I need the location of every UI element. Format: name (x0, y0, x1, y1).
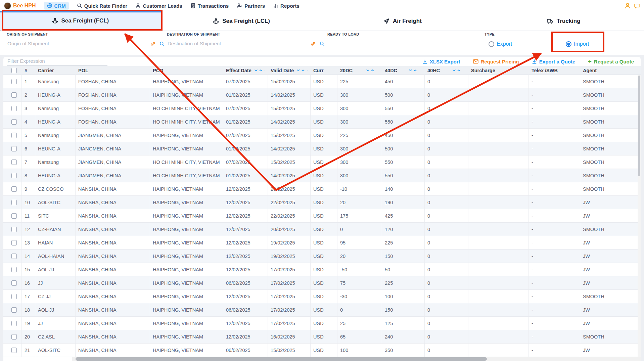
row-checkbox[interactable] (11, 146, 17, 151)
row-checkbox[interactable] (11, 133, 17, 138)
table-row[interactable]: 17CZ JJNANSHA, CHINAHAIPHONG, VIETNAM12/… (3, 290, 641, 303)
table-row[interactable]: 3NamsungFOSHAN, CHINAHO CHI MINH CITY, V… (3, 102, 641, 115)
sort-ascending-icon[interactable] (371, 69, 374, 72)
table-row[interactable]: 8HEUNG-AJIANGMEN, CHINAHO CHI MINH CITY,… (3, 169, 641, 182)
sort-ascending-icon[interactable] (457, 69, 461, 72)
type-import-radio[interactable]: Import (566, 41, 589, 47)
request-pricing-button[interactable]: Request Pricing (473, 59, 519, 64)
table-row[interactable]: 21AOL-SITCNANSHA, CHINAHAIPHONG, VIETNAM… (3, 344, 641, 357)
action-label: XLSX Export (430, 59, 460, 64)
horizontal-scrollbar-thumb[interactable] (76, 357, 487, 361)
cell-effect-date: 07/02/2025 (223, 75, 268, 88)
column-search-icon[interactable] (265, 68, 265, 73)
table-row[interactable]: 6HEUNG-AJIANGMEN, CHINAHAIPHONG, VIETNAM… (3, 142, 641, 155)
nav-item-transactions[interactable]: Transactions (190, 3, 229, 9)
horizontal-scrollbar[interactable] (72, 357, 641, 361)
sort-descending-icon[interactable] (366, 69, 370, 72)
table-row[interactable]: 11SITCNANSHA, CHINAHAIPHONG, VIETNAM12/0… (3, 209, 641, 223)
sort-ascending-icon[interactable] (259, 69, 263, 72)
row-checkbox[interactable] (11, 334, 17, 340)
row-checkbox[interactable] (11, 307, 17, 313)
row-checkbox[interactable] (11, 160, 17, 165)
row-checkbox[interactable] (11, 200, 17, 205)
ready-to-load-input[interactable] (327, 39, 477, 49)
type-export-radio[interactable]: Export (489, 41, 512, 47)
nav-item-quick-rate-finder[interactable]: Quick Rate Finder (77, 3, 127, 9)
row-checkbox[interactable] (11, 173, 17, 178)
sort-descending-icon[interactable] (452, 69, 456, 72)
cell-20dc: 175 (337, 209, 382, 222)
column-search-icon[interactable] (307, 68, 308, 73)
table-row[interactable]: 19JJNANSHA, CHINAHAIPHONG, VIETNAM12/02/… (3, 317, 641, 330)
row-checkbox[interactable] (11, 79, 17, 84)
destination-search-icon[interactable] (320, 41, 325, 46)
nav-item-reports[interactable]: Reports (273, 3, 300, 9)
tab-trucking[interactable]: Trucking (483, 11, 644, 31)
table-row[interactable]: 15AOL-JJNANSHA, CHINAHAIPHONG, VIETNAM12… (3, 263, 641, 276)
table-row[interactable]: 9CZ COSCONANSHA, CHINAHAIPHONG, VIETNAM1… (3, 182, 641, 196)
origin-search-icon[interactable] (159, 41, 165, 46)
vertical-scrollbar-thumb[interactable] (638, 76, 640, 176)
row-checkbox[interactable] (11, 254, 17, 259)
tab-air-freight[interactable]: Air Freight (322, 11, 483, 31)
row-checkbox[interactable] (11, 267, 17, 272)
origin-input[interactable] (7, 39, 149, 49)
table-row[interactable]: 1NamsungFOSHAN, CHINAHAIPHONG, VIETNAM07… (3, 75, 641, 88)
table-row[interactable]: 12CZ-HAIANNANSHA, CHINAHAIPHONG, VIETNAM… (3, 223, 641, 236)
vertical-scrollbar[interactable] (638, 75, 641, 357)
tab-sea-freight-fcl[interactable]: Sea Freight (FCL) (0, 11, 161, 31)
sort-descending-icon[interactable] (409, 69, 412, 72)
sort-descending-icon[interactable] (296, 69, 300, 72)
cell-20dc: 225 (337, 129, 382, 142)
cell-telex-swb: - (529, 236, 580, 249)
table-row[interactable]: 5NamsungJIANGMEN, CHINAHAIPHONG, VIETNAM… (3, 129, 641, 142)
chat-icon[interactable] (634, 3, 640, 9)
row-checkbox[interactable] (11, 294, 17, 299)
row-checkbox[interactable] (11, 213, 17, 219)
ready-to-load-field: READY TO LOAD (327, 32, 477, 49)
brand[interactable]: Bee HPH (4, 2, 36, 9)
table-row[interactable]: 4HEUNG-AFOSHAN, CHINAHO CHI MINH CITY, V… (3, 115, 641, 129)
table-row[interactable]: 13HAIANNANSHA, CHINAHAIPHONG, VIETNAM12/… (3, 236, 641, 250)
cell-currency: USD (311, 303, 337, 316)
row-checkbox[interactable] (11, 240, 17, 245)
link-icon[interactable] (311, 41, 316, 46)
link-icon[interactable] (150, 41, 155, 46)
export-quote-button[interactable]: Export a Quote (532, 59, 576, 64)
table-row[interactable]: 2HEUNG-AFOSHAN, CHINAHAIPHONG, VIETNAM01… (3, 88, 641, 102)
row-checkbox[interactable] (11, 186, 17, 192)
request-quote-button[interactable]: + Request a Quote (588, 58, 634, 64)
rate-query-form: ORIGIN OF SHIPMENT DESTINATION OF SHIPME… (0, 31, 644, 55)
nav-item-crm[interactable]: CRM (44, 2, 69, 10)
table-row[interactable]: 16JJNANSHA, CHINAHAIPHONG, VIETNAM06/02/… (3, 276, 641, 290)
column-header-label: 40HC (427, 68, 440, 73)
xlsx-export-button[interactable]: XLSX Export (422, 59, 460, 64)
sort-descending-icon[interactable] (254, 69, 258, 72)
row-checkbox[interactable] (11, 348, 17, 353)
cell-surcharge (468, 155, 529, 169)
nav-item-customer-leads[interactable]: Customer Leads (135, 3, 182, 9)
row-checkbox[interactable] (11, 92, 17, 98)
row-checkbox[interactable] (11, 106, 17, 111)
cell-pol: FOSHAN, CHINA (76, 115, 150, 128)
row-checkbox[interactable] (11, 321, 17, 326)
select-all-checkbox[interactable] (11, 68, 17, 73)
cell-pol: NANSHA, CHINA (76, 223, 150, 236)
tab-sea-freight-lcl[interactable]: Sea Freight (LCL) (161, 11, 322, 31)
filter-expression-input[interactable] (7, 57, 107, 66)
row-checkbox[interactable] (11, 280, 17, 286)
cell-effect-date: 12/02/2025 (223, 317, 268, 330)
table-row[interactable]: 7NamsungJIANGMEN, CHINAHO CHI MINH CITY,… (3, 155, 641, 169)
table-row[interactable]: 18AOL-JJNANSHA, CHINAHAIPHONG, VIETNAM06… (3, 303, 641, 317)
sort-ascending-icon[interactable] (301, 69, 305, 72)
radio-circle-icon (489, 41, 494, 47)
user-icon[interactable] (625, 3, 631, 9)
row-checkbox[interactable] (11, 119, 17, 125)
row-checkbox[interactable] (11, 227, 17, 232)
destination-input[interactable] (167, 39, 309, 49)
sort-ascending-icon[interactable] (413, 69, 417, 72)
table-row[interactable]: 20CZ ASLNANSHA, CHINAHAIPHONG, VIETNAM12… (3, 330, 641, 344)
table-row[interactable]: 14AOL-HAIANNANSHA, CHINAHAIPHONG, VIETNA… (3, 250, 641, 263)
nav-item-partners[interactable]: Partners (237, 3, 265, 9)
table-row[interactable]: 10AOL-SITCNANSHA, CHINAHAIPHONG, VIETNAM… (3, 196, 641, 209)
